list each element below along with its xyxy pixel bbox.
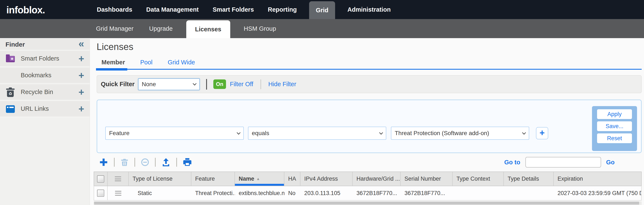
column-header-type-details[interactable]: Type Details bbox=[504, 172, 554, 186]
horizontal-scrollbar-track[interactable] bbox=[94, 201, 642, 205]
go-button[interactable]: Go bbox=[606, 159, 614, 166]
column-header-type-context[interactable]: Type Context bbox=[453, 172, 504, 186]
sub-nav-bar: Grid Manager Upgrade Licenses HSM Group bbox=[0, 19, 644, 38]
add-bookmark-button[interactable]: + bbox=[78, 71, 84, 80]
cell-type-details bbox=[504, 186, 554, 200]
add-smart-folder-button[interactable]: + bbox=[78, 54, 84, 63]
print-icon[interactable] bbox=[182, 157, 192, 167]
quick-filter-select[interactable]: None bbox=[138, 78, 200, 90]
column-header-serial-number[interactable]: Serial Number bbox=[401, 172, 453, 186]
apply-button[interactable]: Apply bbox=[597, 109, 632, 119]
filter-builder-panel: Feature equals Threat Protection (Softwa… bbox=[96, 100, 642, 153]
save-button[interactable]: Save... bbox=[597, 121, 632, 131]
sidebar-item-url-links[interactable]: URL Links + bbox=[0, 101, 90, 118]
divider bbox=[176, 158, 177, 167]
add-url-link-button[interactable]: + bbox=[78, 105, 84, 113]
top-nav-data-management[interactable]: Data Management bbox=[146, 0, 199, 19]
cell-name: extibns.techblue.n bbox=[235, 186, 284, 200]
column-menu-cell bbox=[108, 172, 129, 186]
add-recycle-bin-button[interactable]: + bbox=[78, 88, 84, 96]
collapse-sidebar-icon[interactable]: « bbox=[78, 39, 84, 48]
reset-button[interactable]: Reset bbox=[597, 133, 632, 143]
filter-value-select[interactable]: Threat Protection (Software add-on) bbox=[391, 127, 529, 140]
sub-nav-grid-manager[interactable]: Grid Manager bbox=[96, 25, 134, 32]
sidebar-item-bookmarks[interactable]: Bookmarks + bbox=[0, 68, 90, 84]
disable-icon[interactable] bbox=[140, 158, 150, 167]
filter-actions-block: Apply Save... Reset bbox=[592, 106, 637, 151]
infoblox-logo: infoblox. bbox=[6, 4, 45, 16]
select-all-checkbox[interactable] bbox=[97, 175, 104, 182]
column-header-hardware-grid[interactable]: Hardware/Grid ... bbox=[353, 172, 401, 186]
tab-member[interactable]: Member bbox=[102, 59, 125, 66]
divider bbox=[260, 79, 261, 89]
row-menu-icon[interactable] bbox=[115, 191, 121, 196]
goto-input[interactable] bbox=[526, 157, 601, 167]
cell-serial-number: 3672B18F770... bbox=[401, 186, 453, 200]
column-header-ha[interactable]: HA bbox=[284, 172, 300, 186]
top-nav-administration[interactable]: Administration bbox=[347, 0, 391, 19]
top-nav-dashboards[interactable]: Dashboards bbox=[97, 0, 132, 19]
tab-grid-wide[interactable]: Grid Wide bbox=[168, 59, 195, 66]
cell-expiration: 2027-03-03 23:59:59 GMT (750 D bbox=[554, 186, 641, 200]
top-nav-bar: infoblox. Dashboards Data Management Sma… bbox=[0, 0, 644, 19]
top-nav-grid[interactable]: Grid bbox=[309, 1, 335, 19]
row-select-cell bbox=[94, 186, 108, 200]
hide-filter-link[interactable]: Hide Filter bbox=[268, 81, 296, 88]
bookmark-icon bbox=[6, 71, 15, 80]
sidebar-item-smart-folders[interactable]: * Smart Folders + bbox=[0, 51, 90, 68]
cell-feature: Threat Protecti... bbox=[191, 186, 235, 200]
filter-field-select[interactable]: Feature bbox=[105, 127, 244, 140]
sub-nav-hsm-group[interactable]: HSM Group bbox=[244, 25, 276, 32]
sidebar-item-label: URL Links bbox=[21, 105, 78, 112]
sub-nav-upgrade[interactable]: Upgrade bbox=[149, 25, 172, 32]
divider bbox=[134, 158, 135, 167]
table-row[interactable]: Static Threat Protecti... extibns.techbl… bbox=[94, 186, 642, 200]
add-license-icon[interactable] bbox=[99, 157, 108, 167]
active-tab-indicator bbox=[96, 68, 127, 71]
smart-folders-icon: * bbox=[6, 54, 15, 64]
column-header-ipv4-address[interactable]: IPv4 Address bbox=[300, 172, 353, 186]
chevron-down-icon bbox=[236, 131, 240, 134]
app-window: infoblox. Dashboards Data Management Sma… bbox=[0, 0, 644, 205]
goto-cluster: Go to Go bbox=[504, 157, 614, 168]
top-nav-reporting[interactable]: Reporting bbox=[268, 0, 297, 19]
sort-ascending-icon: ▲ bbox=[256, 177, 260, 181]
column-header-type-of-license[interactable]: Type of License bbox=[129, 172, 191, 186]
url-links-icon bbox=[6, 104, 15, 114]
delete-icon[interactable] bbox=[120, 158, 129, 167]
filter-operator-value: equals bbox=[252, 130, 269, 137]
recycle-bin-icon: ♻ bbox=[6, 87, 15, 97]
cell-type-context bbox=[453, 186, 504, 200]
finder-sidebar: Finder « * Smart Folders + Bookmarks + ♻… bbox=[0, 39, 90, 205]
sidebar-item-label: Smart Folders bbox=[21, 55, 78, 62]
divider bbox=[114, 158, 114, 167]
column-header-name[interactable]: Name ▲ bbox=[235, 172, 284, 186]
horizontal-scrollbar-thumb[interactable] bbox=[94, 201, 639, 204]
row-checkbox[interactable] bbox=[97, 189, 104, 197]
filter-on-toggle[interactable]: On bbox=[213, 79, 226, 89]
column-header-feature[interactable]: Feature bbox=[191, 172, 235, 186]
divider bbox=[206, 79, 207, 90]
quick-filter-selected-value: None bbox=[142, 81, 156, 88]
cell-ha: No bbox=[284, 186, 300, 200]
chevron-down-icon bbox=[192, 82, 196, 85]
top-nav-smart-folders[interactable]: Smart Folders bbox=[213, 0, 254, 19]
view-tabs: Member Pool Grid Wide bbox=[102, 59, 195, 66]
divider bbox=[155, 158, 156, 167]
filter-operator-select[interactable]: equals bbox=[248, 127, 386, 140]
tab-pool[interactable]: Pool bbox=[140, 59, 152, 66]
sub-nav-licenses[interactable]: Licenses bbox=[186, 20, 230, 38]
upload-icon[interactable] bbox=[161, 157, 171, 167]
sidebar-item-recycle-bin[interactable]: ♻ Recycle Bin + bbox=[0, 84, 90, 101]
table-menu-icon[interactable] bbox=[115, 176, 121, 181]
add-filter-condition-button[interactable]: + bbox=[536, 127, 548, 139]
cell-hardware-grid: 3672B18F770... bbox=[353, 186, 401, 200]
column-header-expiration[interactable]: Expiration bbox=[554, 172, 641, 186]
chevron-down-icon bbox=[379, 131, 383, 134]
sub-nav-items: Grid Manager Upgrade Licenses HSM Group bbox=[96, 19, 276, 38]
select-all-cell bbox=[94, 172, 108, 186]
column-header-name-label: Name bbox=[239, 175, 254, 182]
list-toolbar bbox=[99, 157, 192, 168]
filter-off-link[interactable]: Filter Off bbox=[230, 81, 253, 88]
goto-label: Go to bbox=[504, 159, 520, 166]
